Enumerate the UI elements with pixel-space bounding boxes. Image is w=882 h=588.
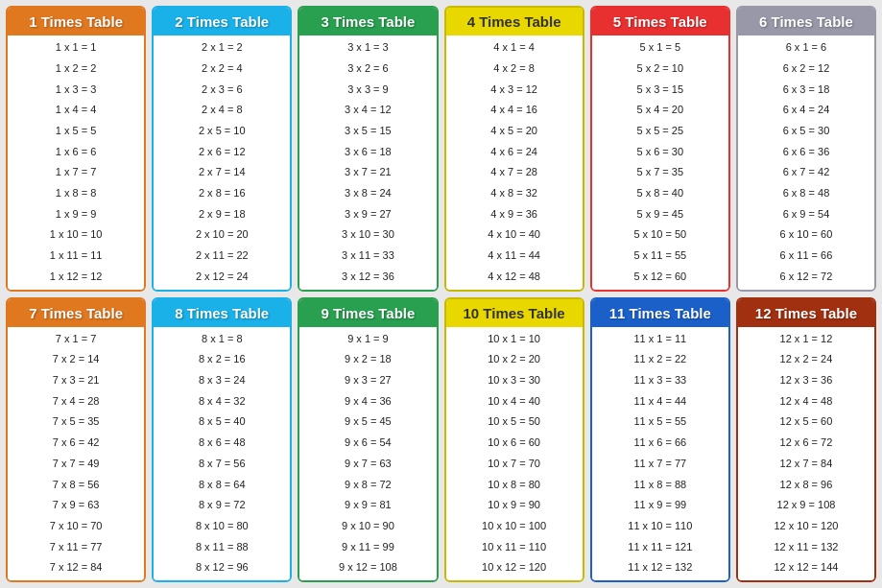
table-header-1: 1 Times Table [8, 8, 144, 35]
table-row: 12 x 5 = 60 [742, 414, 870, 429]
table-row: 4 x 2 = 8 [450, 61, 579, 76]
table-header-7: 7 Times Table [8, 299, 144, 327]
table-row: 5 x 1 = 5 [596, 40, 725, 55]
table-row: 5 x 10 = 50 [596, 227, 725, 242]
table-row: 8 x 5 = 40 [157, 414, 286, 429]
table-row: 12 x 3 = 36 [742, 373, 870, 388]
table-row: 9 x 3 = 27 [303, 373, 432, 388]
table-row: 3 x 10 = 30 [303, 227, 432, 242]
table-row: 2 x 5 = 10 [157, 124, 286, 138]
table-row: 8 x 4 = 32 [157, 394, 286, 409]
table-row: 2 x 8 = 16 [157, 186, 286, 200]
table-row: 10 x 12 = 120 [450, 560, 579, 575]
table-row: 5 x 3 = 15 [596, 82, 725, 97]
times-table-card-8: 8 Times Table8 x 1 = 88 x 2 = 168 x 3 = … [152, 297, 292, 583]
table-row: 9 x 5 = 45 [303, 414, 432, 429]
table-row: 10 x 8 = 80 [450, 478, 579, 492]
times-table-card-10: 10 Times Table10 x 1 = 1010 x 2 = 2010 x… [444, 297, 584, 583]
table-row: 3 x 3 = 9 [303, 82, 432, 97]
table-row: 9 x 12 = 108 [303, 560, 432, 575]
times-table-row-1: 1 Times Table1 x 1 = 11 x 2 = 21 x 3 = 3… [6, 6, 876, 292]
table-row: 7 x 8 = 56 [12, 478, 140, 492]
table-row: 5 x 4 = 20 [596, 103, 725, 117]
table-row: 2 x 3 = 6 [157, 82, 286, 97]
table-row: 9 x 10 = 90 [303, 519, 432, 533]
table-row: 6 x 7 = 42 [742, 165, 870, 179]
table-row: 2 x 10 = 20 [157, 227, 286, 242]
table-row: 3 x 12 = 36 [303, 270, 432, 284]
table-header-9: 9 Times Table [299, 299, 436, 327]
table-row: 7 x 12 = 84 [12, 560, 140, 575]
table-row: 4 x 3 = 12 [450, 82, 579, 97]
table-body-3: 3 x 1 = 33 x 2 = 63 x 3 = 93 x 4 = 123 x… [299, 35, 436, 290]
table-row: 2 x 6 = 12 [157, 145, 286, 159]
table-row: 5 x 2 = 10 [596, 61, 725, 76]
table-row: 3 x 9 = 27 [303, 207, 432, 222]
table-row: 7 x 11 = 77 [12, 540, 140, 554]
table-header-10: 10 Times Table [446, 299, 583, 327]
table-row: 10 x 11 = 110 [450, 540, 579, 554]
table-row: 2 x 4 = 8 [157, 103, 286, 117]
table-row: 6 x 10 = 60 [742, 227, 870, 242]
times-table-card-7: 7 Times Table7 x 1 = 77 x 2 = 147 x 3 = … [6, 297, 146, 583]
times-table-card-5: 5 Times Table5 x 1 = 55 x 2 = 105 x 3 = … [590, 6, 730, 292]
table-row: 4 x 12 = 48 [450, 270, 579, 284]
table-row: 10 x 7 = 70 [450, 457, 579, 471]
table-row: 1 x 4 = 4 [12, 103, 140, 117]
table-row: 6 x 8 = 48 [742, 186, 870, 200]
table-row: 1 x 8 = 8 [12, 186, 140, 200]
table-body-12: 12 x 1 = 1212 x 2 = 2412 x 3 = 3612 x 4 … [738, 327, 874, 581]
table-row: 12 x 7 = 84 [742, 457, 870, 471]
table-row: 10 x 1 = 10 [450, 332, 579, 346]
table-row: 11 x 2 = 22 [596, 352, 725, 366]
table-row: 6 x 1 = 6 [742, 40, 870, 55]
table-body-4: 4 x 1 = 44 x 2 = 84 x 3 = 124 x 4 = 164 … [446, 35, 583, 290]
times-table-card-1: 1 Times Table1 x 1 = 11 x 2 = 21 x 3 = 3… [6, 6, 146, 292]
times-table-card-2: 2 Times Table2 x 1 = 22 x 2 = 42 x 3 = 6… [152, 6, 292, 292]
table-row: 6 x 5 = 30 [742, 124, 870, 138]
table-row: 9 x 7 = 63 [303, 457, 432, 471]
table-row: 8 x 2 = 16 [157, 352, 286, 366]
table-row: 11 x 12 = 132 [596, 560, 725, 575]
table-row: 10 x 9 = 90 [450, 498, 579, 512]
table-row: 1 x 2 = 2 [12, 61, 140, 76]
table-row: 1 x 12 = 12 [12, 270, 140, 284]
table-row: 7 x 7 = 49 [12, 457, 140, 471]
table-row: 12 x 4 = 48 [742, 394, 870, 409]
table-row: 6 x 6 = 36 [742, 145, 870, 159]
table-row: 4 x 6 = 24 [450, 145, 579, 159]
table-header-8: 8 Times Table [154, 299, 290, 327]
table-row: 10 x 3 = 30 [450, 373, 579, 388]
table-row: 10 x 10 = 100 [450, 519, 579, 533]
table-row: 4 x 9 = 36 [450, 207, 579, 222]
table-row: 7 x 3 = 21 [12, 373, 140, 388]
table-row: 6 x 11 = 66 [742, 248, 870, 263]
table-row: 3 x 6 = 18 [303, 145, 432, 159]
table-row: 8 x 11 = 88 [157, 540, 286, 554]
table-row: 7 x 6 = 42 [12, 435, 140, 450]
table-row: 9 x 11 = 99 [303, 540, 432, 554]
table-row: 4 x 7 = 28 [450, 165, 579, 179]
table-row: 4 x 11 = 44 [450, 248, 579, 263]
table-row: 8 x 10 = 80 [157, 519, 286, 533]
table-row: 11 x 4 = 44 [596, 394, 725, 409]
table-row: 12 x 2 = 24 [742, 352, 870, 366]
table-body-10: 10 x 1 = 1010 x 2 = 2010 x 3 = 3010 x 4 … [446, 327, 583, 581]
table-row: 11 x 3 = 33 [596, 373, 725, 388]
table-row: 7 x 10 = 70 [12, 519, 140, 533]
table-row: 1 x 10 = 10 [12, 227, 140, 242]
table-row: 9 x 6 = 54 [303, 435, 432, 450]
table-row: 3 x 4 = 12 [303, 103, 432, 117]
times-table-card-12: 12 Times Table12 x 1 = 1212 x 2 = 2412 x… [736, 297, 876, 583]
table-header-11: 11 Times Table [592, 299, 728, 327]
table-row: 4 x 1 = 4 [450, 40, 579, 55]
table-row: 2 x 11 = 22 [157, 248, 286, 263]
table-row: 2 x 1 = 2 [157, 40, 286, 55]
table-row: 1 x 9 = 9 [12, 207, 140, 222]
times-table-card-3: 3 Times Table3 x 1 = 33 x 2 = 63 x 3 = 9… [298, 6, 438, 292]
table-row: 9 x 8 = 72 [303, 478, 432, 492]
table-row: 4 x 8 = 32 [450, 186, 579, 200]
table-row: 8 x 3 = 24 [157, 373, 286, 388]
table-row: 9 x 1 = 9 [303, 332, 432, 346]
table-row: 6 x 12 = 72 [742, 270, 870, 284]
